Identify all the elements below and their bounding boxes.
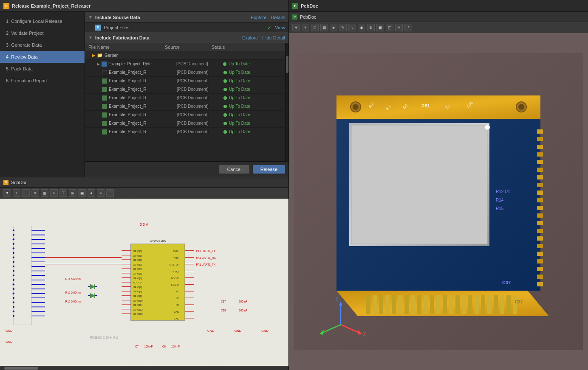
steps-sidebar: 1. Configure Local Release 2. Validate P…: [0, 12, 85, 177]
junction-tool[interactable]: ●: [88, 189, 95, 197]
edit-tool[interactable]: ✎: [339, 24, 347, 31]
sheet-tool[interactable]: ▣: [78, 189, 86, 197]
svg-rect-169: [537, 137, 543, 141]
svg-rect-131: [379, 295, 383, 314]
file-row[interactable]: Example_Project_R [PCB Document] Up To D…: [85, 85, 285, 94]
svg-point-35: [13, 279, 14, 281]
file-row[interactable]: ▶ Example_Project_Rele [PCB Document] Up…: [85, 60, 285, 68]
svg-text:C38: C38: [221, 309, 226, 312]
file-source: [PCB Document]: [177, 129, 223, 134]
power-tool[interactable]: ⊤: [59, 189, 67, 197]
arc-tool[interactable]: ⌒: [106, 189, 114, 197]
add-tool[interactable]: +: [302, 24, 309, 31]
svg-rect-188: [537, 282, 543, 286]
measure-tool[interactable]: ▦: [320, 24, 328, 31]
schdoc-scrollbar[interactable]: [0, 366, 288, 370]
svg-marker-154: [336, 95, 540, 119]
project-files-row: P Project Files ✓ View: [85, 23, 288, 32]
step-6[interactable]: 6. Execution Report: [0, 75, 85, 87]
status-text: Up To Date: [229, 129, 250, 134]
length-tool[interactable]: /: [404, 24, 412, 31]
svg-point-42: [13, 311, 14, 312]
svg-rect-151: [506, 295, 511, 314]
drc-tool[interactable]: ◫: [386, 24, 393, 31]
svg-point-26: [13, 238, 14, 240]
source-explore-link[interactable]: Explore: [251, 15, 266, 20]
list-tool[interactable]: ≡: [31, 189, 39, 197]
svg-text:C37: C37: [502, 280, 511, 285]
file-name: Gerber: [105, 53, 172, 58]
svg-point-43: [13, 315, 14, 317]
svg-rect-133: [392, 295, 396, 314]
file-row[interactable]: Example_Project_R [PCB Document] Up To D…: [85, 77, 285, 85]
fab-explore-link[interactable]: Explore: [242, 35, 258, 40]
pcb-title: PcbDoc: [300, 14, 317, 20]
file-name: Example_Project_R: [109, 78, 177, 83]
top-bar: R Release Example_Project_Releaser P Pcb…: [0, 0, 588, 12]
add-tool[interactable]: +: [13, 189, 20, 197]
svg-rect-174: [537, 175, 543, 179]
svg-point-38: [13, 292, 14, 294]
svg-text:C37: C37: [221, 300, 226, 303]
file-row[interactable]: Example_Project_R [PCB Document] Up To D…: [85, 128, 285, 136]
filter-tool[interactable]: ▼: [3, 189, 11, 197]
step-2[interactable]: 2. Validate Project: [0, 27, 85, 39]
svg-rect-150: [500, 295, 504, 314]
select-tool[interactable]: □: [311, 24, 319, 31]
file-name: Example_Project_R: [109, 87, 177, 92]
source-details-link[interactable]: Details: [271, 15, 285, 20]
step-3[interactable]: 3. Generate Data: [0, 39, 85, 51]
svg-point-30: [13, 257, 14, 258]
step-5[interactable]: 5. Pack Data: [0, 63, 85, 75]
svg-point-25: [13, 234, 14, 235]
pcb-3d-canvas: R13 E3 S0 DS1 Z↑ C39: [289, 33, 588, 370]
steps-area: 1. Configure Local Release 2. Validate P…: [0, 12, 288, 177]
file-row[interactable]: Example_Project_R [PCB Document] Up To D…: [85, 111, 285, 119]
fab-hidedetail-link[interactable]: Hide Detail: [262, 35, 285, 40]
release-window-title: R Release Example_Project_Releaser: [3, 3, 90, 9]
select-tool[interactable]: □: [22, 189, 30, 197]
text-tool[interactable]: A: [97, 189, 105, 197]
wire-tool[interactable]: ≈: [50, 189, 58, 197]
bus-tool[interactable]: ⊞: [69, 189, 76, 197]
schdoc-toolbar: ▼ + □ ≡ ▦ ≈ ⊤ ⊞ ▣ ● A ⌒: [0, 188, 288, 199]
svg-point-161: [485, 125, 490, 130]
layer-tool[interactable]: ▣: [376, 24, 384, 31]
file-row[interactable]: Example_Project_R [PCB Document] Up To D…: [85, 68, 285, 77]
component-tool[interactable]: ▦: [41, 189, 48, 197]
filter-tool[interactable]: ▼: [292, 24, 300, 31]
svg-rect-177: [537, 198, 543, 202]
col-header-filename: File Name: [88, 45, 165, 50]
file-row[interactable]: Example_Project_R [PCB Document] Up To D…: [85, 102, 285, 111]
fab-data-toggle-icon[interactable]: ▼: [88, 35, 93, 40]
place-tool[interactable]: ◉: [358, 24, 365, 31]
project-files-view[interactable]: View: [275, 25, 285, 30]
file-name: Example_Project_R: [109, 121, 177, 126]
release-button[interactable]: Release: [253, 165, 285, 174]
svg-text:GND: GND: [261, 329, 268, 333]
svg-point-39: [13, 297, 14, 299]
file-source: [PCB Document]: [176, 62, 223, 66]
route-tool[interactable]: ∿: [348, 24, 356, 31]
status-text: Up To Date: [229, 70, 250, 75]
source-data-toggle-icon[interactable]: ▼: [88, 15, 93, 20]
file-row[interactable]: ▶ 📁 Gerber: [85, 51, 285, 60]
copper-tool[interactable]: ⊕: [367, 24, 375, 31]
cancel-button[interactable]: Cancel: [219, 165, 249, 174]
svg-rect-183: [537, 244, 543, 248]
3d-tool[interactable]: ■: [330, 24, 337, 31]
svg-text:GPIO[11]: GPIO[11]: [133, 304, 144, 306]
status-dot: [223, 62, 226, 66]
file-row[interactable]: Example_Project_R [PCB Document] Up To D…: [85, 94, 285, 102]
svg-rect-129: [366, 295, 370, 314]
include-source-data-header: ▼ Include Source Data Explore Details: [85, 12, 288, 23]
status-text: Up To Date: [229, 87, 250, 92]
step-4[interactable]: 4. Review Data: [0, 51, 85, 63]
svg-text:GPIO[4]: GPIO[4]: [133, 268, 142, 270]
text-tool[interactable]: A: [395, 24, 403, 31]
file-row[interactable]: Example_Project_R [PCB Document] Up To D…: [85, 119, 285, 128]
step-1[interactable]: 1. Configure Local Release: [0, 15, 85, 27]
release-scrollbar[interactable]: [285, 43, 288, 161]
svg-text:PA1 UART1_TX: PA1 UART1_TX: [196, 263, 216, 266]
svg-point-29: [13, 252, 14, 254]
